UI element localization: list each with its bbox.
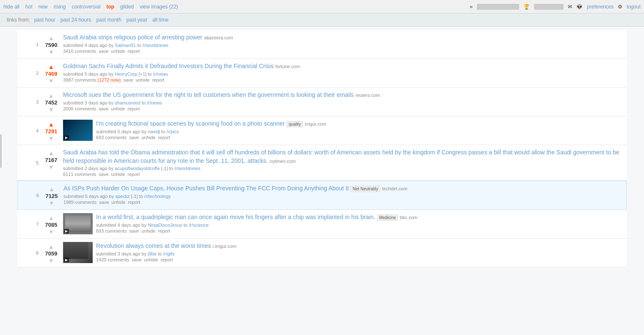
post-comments-link[interactable]: 6111 comments <box>63 172 96 177</box>
post-report-link[interactable]: report <box>128 172 140 177</box>
post-comments-link[interactable]: 2000 comments <box>63 106 96 111</box>
post-report-link[interactable]: report <box>152 77 165 82</box>
post-save-link[interactable]: save <box>99 172 108 177</box>
post-rank: 5 <box>30 160 39 165</box>
nav-logout[interactable]: logout <box>627 4 641 10</box>
post-author[interactable]: NinjaDiscoJesus <box>148 222 182 228</box>
post-meta: submitted 5 days ago by speckz [-1] to /… <box>63 194 623 199</box>
post-unhide-link[interactable]: unhide <box>112 200 126 205</box>
post-subreddit[interactable]: /r/gifs <box>163 251 174 256</box>
post-subreddit[interactable]: /r/science <box>189 222 209 228</box>
links-past-hour[interactable]: past hour <box>34 17 55 23</box>
vote-up-button[interactable]: ▲ <box>48 244 54 250</box>
nav-preferences[interactable]: preferences <box>587 4 614 10</box>
post-unhide-link[interactable]: unhide <box>141 135 155 140</box>
post-comments-link[interactable]: 1989 comments <box>63 200 96 205</box>
post-title-link[interactable]: Saudi Arabia strips religious police of … <box>63 34 202 41</box>
links-past-month[interactable]: past month <box>96 17 121 23</box>
post-thumbnail[interactable]: ▶ <box>63 242 93 263</box>
post-unhide-link[interactable]: unhide <box>111 106 125 111</box>
post-comments-link[interactable]: 1420 comments <box>96 257 129 262</box>
post-comments-link[interactable]: 693 comments <box>96 135 127 140</box>
vote-up-button[interactable]: ▲ <box>48 150 54 156</box>
vote-down-button[interactable]: ▼ <box>48 107 54 113</box>
post-thumbnail[interactable]: ▶ <box>63 213 93 234</box>
post-author[interactable]: HenryCorp <box>115 71 137 77</box>
nav-view-images[interactable]: view images (22) <box>140 4 178 10</box>
vote-up-button[interactable]: ▲ <box>48 93 54 99</box>
post-subreddit[interactable]: /r/worldnews <box>142 43 168 48</box>
vote-down-button[interactable]: ▼ <box>48 78 54 84</box>
vote-down-button[interactable]: ▼ <box>48 229 54 235</box>
links-all-time[interactable]: all time <box>152 17 168 23</box>
vote-up-button[interactable]: ▲ <box>48 215 54 221</box>
post-author[interactable]: shamusreed <box>115 100 140 105</box>
post-content: In a world first, a quadriplegic man can… <box>96 213 623 233</box>
nav-top[interactable]: top <box>106 4 114 10</box>
links-past-24-hours[interactable]: past 24 hours <box>61 17 91 23</box>
post-comments-link[interactable]: 3987 comments (1272 new) <box>63 77 121 82</box>
post-unhide-link[interactable]: unhide <box>111 172 125 177</box>
post-author[interactable]: navidj <box>148 129 160 134</box>
post-item: 8▲7059▼▶Revolution always comes at the w… <box>17 239 627 267</box>
post-content: As ISPs Push Harder On Usage Caps, House… <box>63 184 623 205</box>
post-subreddit[interactable]: /r/pics <box>166 129 179 134</box>
nav-controversial[interactable]: controversial <box>72 4 100 10</box>
nav-rising[interactable]: rising <box>54 4 66 10</box>
post-actions: 693 commentssaveunhidereport <box>96 228 623 233</box>
vote-up-button[interactable]: ▲ <box>48 35 54 41</box>
vote-down-button[interactable]: ▼ <box>48 258 54 264</box>
vote-up-button[interactable]: ▲ <box>48 64 54 70</box>
post-author[interactable]: Salman91 <box>115 43 136 48</box>
post-report-link[interactable]: report <box>128 200 140 205</box>
post-unhide-link[interactable]: unhide <box>141 228 155 233</box>
post-save-link[interactable]: save <box>99 200 109 205</box>
post-save-link[interactable]: save <box>129 228 139 233</box>
post-save-link[interactable]: save <box>99 49 108 54</box>
post-title-link[interactable]: Revolution always comes at the worst tim… <box>96 242 211 249</box>
post-unhide-link[interactable]: unhide <box>144 257 158 262</box>
post-subreddit[interactable]: /r/technology <box>144 194 171 199</box>
post-title-link[interactable]: As ISPs Push Harder On Usage Caps, House… <box>63 185 349 192</box>
post-save-link[interactable]: save <box>99 106 108 111</box>
post-report-link[interactable]: report <box>158 228 170 233</box>
post-meta: submitted 2 days ago by acupoftwodayoldc… <box>63 166 623 171</box>
post-title-link[interactable]: Saudi Arabia has told the Obama administ… <box>63 149 619 164</box>
post-report-link[interactable]: report <box>128 49 140 54</box>
post-comments-link[interactable]: 3410 comments <box>63 49 96 54</box>
vote-down-button[interactable]: ▼ <box>49 200 55 206</box>
vote-down-button[interactable]: ▼ <box>48 135 54 141</box>
nav-gilded[interactable]: gilded <box>120 4 134 10</box>
post-report-link[interactable]: report <box>158 135 170 140</box>
post-report-link[interactable]: report <box>161 257 173 262</box>
links-past-year[interactable]: past year <box>127 17 147 23</box>
post-save-link[interactable]: save <box>132 257 141 262</box>
post-subreddit[interactable]: /r/news <box>147 100 162 105</box>
post-comments-link[interactable]: 693 comments <box>96 228 127 233</box>
vote-section: ▲7469▼ <box>43 62 60 84</box>
post-author[interactable]: speckz <box>115 194 129 199</box>
vote-down-button[interactable]: ▼ <box>48 164 54 170</box>
post-title-link[interactable]: Goldman Sachs Finally Admits it Defraude… <box>63 63 274 69</box>
post-report-link[interactable]: report <box>128 106 140 111</box>
post-title-link[interactable]: In a world first, a quadriplegic man can… <box>96 214 375 220</box>
post-save-link[interactable]: save <box>129 135 139 140</box>
post-save-link[interactable]: save <box>123 77 133 82</box>
post-content: I'm creating fictional space scenes by s… <box>96 120 623 140</box>
vote-up-button[interactable]: ▲ <box>49 186 55 192</box>
post-unhide-link[interactable]: unhide <box>136 77 150 82</box>
vote-up-button[interactable]: ▲ <box>48 121 54 127</box>
post-title-link[interactable]: Microsoft sues the US government for the… <box>63 91 354 98</box>
user-extra: [-1] <box>161 166 168 171</box>
post-author[interactable]: j0be <box>148 251 157 256</box>
post-subreddit[interactable]: /r/worldnews <box>174 166 201 171</box>
post-author[interactable]: acupoftwodayoldcoffe <box>115 166 160 171</box>
post-thumbnail[interactable]: ▶ <box>63 120 93 141</box>
post-subreddit[interactable]: /r/news <box>153 71 168 77</box>
post-unhide-link[interactable]: unhide <box>111 49 125 54</box>
nav-hot[interactable]: hot <box>25 4 33 10</box>
nav-new[interactable]: new <box>39 4 48 10</box>
vote-down-button[interactable]: ▼ <box>48 49 54 55</box>
nav-hide-all[interactable]: hide all <box>3 4 19 10</box>
post-title-link[interactable]: I'm creating fictional space scenes by s… <box>96 120 285 127</box>
